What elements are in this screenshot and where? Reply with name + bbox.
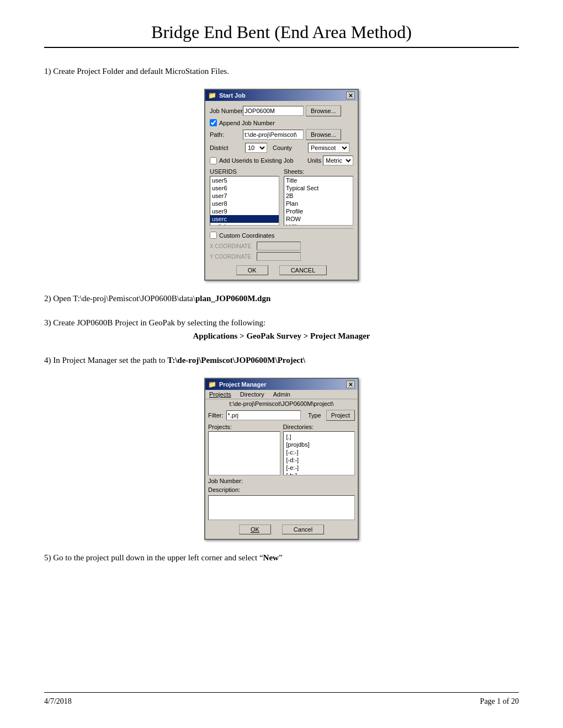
list-item[interactable]: 2B [284, 192, 353, 200]
startjob-button-row: OK CANCEL [210, 265, 353, 275]
menu-directory[interactable]: Directory [238, 390, 266, 398]
projectmanager-dialog: 📁 Project Manager ✕ Projects Directory A… [204, 378, 359, 540]
projectmanager-dialog-container: 📁 Project Manager ✕ Projects Directory A… [44, 378, 519, 540]
y-coord-input[interactable] [257, 252, 301, 261]
type-label: Type [308, 412, 321, 419]
filter-row: Filter: Type Project [205, 408, 358, 422]
append-job-checkbox[interactable] [210, 119, 217, 126]
list-item[interactable]: [-e:-] [285, 464, 354, 472]
path-input[interactable] [243, 130, 304, 140]
list-item[interactable]: Profile [284, 207, 353, 215]
list-item[interactable]: user5 [210, 176, 279, 184]
district-select[interactable]: 10 [245, 143, 267, 153]
browse2-button[interactable]: Browse... [306, 129, 341, 140]
step-5: 5) Go to the project pull down in the up… [44, 551, 519, 564]
startjob-dialog: 📁 Start Job ✕ Job Number Browse... Appen… [204, 89, 359, 281]
district-label: District [210, 144, 243, 151]
list-item[interactable]: [projdbs] [285, 441, 354, 448]
directories-header: Directories: [283, 424, 355, 430]
startjob-close-button[interactable]: ✕ [346, 92, 355, 99]
custom-coord-checkbox[interactable] [210, 232, 217, 239]
pm-button-row: OK Cancel [205, 524, 358, 539]
list-item[interactable]: [-t:-] [285, 472, 354, 475]
pm-job-number-label: Job Number: [208, 478, 243, 484]
startjob-ok-button[interactable]: OK [236, 265, 268, 275]
pm-description-label: Description: [208, 486, 240, 493]
step3-command: Applications > GeoPak Survey > Project M… [44, 329, 519, 342]
append-job-row: Append Job Number [210, 119, 353, 126]
add-userids-checkbox[interactable] [210, 157, 217, 164]
step2-bold: plan_JOP0600M.dgn [195, 294, 270, 303]
list-item-selected[interactable]: userc [210, 215, 279, 223]
list-item[interactable]: Typical Sect [284, 184, 353, 192]
startjob-icon: 📁 [208, 92, 216, 99]
sheets-section: Sheets: Title Typical Sect 2B Plan Profi… [284, 168, 353, 226]
custom-coord-label: Custom Coordinates [219, 232, 274, 239]
pm-description-box [208, 495, 355, 520]
job-number-label: Job Number [210, 108, 243, 114]
step-4: 4) In Project Manager set the path to T:… [44, 354, 519, 367]
path-label: Path: [210, 131, 243, 138]
page-title: Bridge End Bent (End Area Method) [44, 22, 519, 48]
pm-path-bar: t:\de-proj\Pemiscot\JOP0600M\project\ [205, 399, 358, 408]
pm-cancel-button[interactable]: Cancel [282, 524, 324, 534]
pm-menu-bar: Projects Directory Admin [205, 390, 358, 399]
list-item[interactable]: ROW [284, 215, 353, 223]
custom-coord-section: Custom Coordinates X COORDINATE Y COORDI… [210, 228, 353, 261]
step5-bold: New [263, 553, 279, 562]
path-row: Path: Browse... [210, 129, 353, 140]
units-select[interactable]: Metric [323, 156, 353, 165]
list-item[interactable]: user9 [210, 207, 279, 215]
userids-header: USERIDS [210, 168, 279, 175]
add-userids-row: Add Userids to Existing Job Units Metric [210, 156, 353, 165]
projectmanager-titlebar: 📁 Project Manager ✕ [205, 379, 358, 390]
x-coord-row: X COORDINATE [210, 242, 353, 250]
list-item[interactable]: Title [284, 176, 353, 184]
list-item[interactable]: Utility [284, 223, 353, 226]
menu-admin[interactable]: Admin [272, 390, 292, 398]
y-coord-row: Y COORDINATE [210, 252, 353, 261]
list-item[interactable]: user7 [210, 192, 279, 200]
projects-list[interactable] [208, 431, 280, 475]
projects-section: Projects: [208, 424, 280, 475]
list-item[interactable]: [-c:-] [285, 448, 354, 456]
step4-bold: T:\de-roj\Pemiscot\JOP0600M\Project\ [167, 356, 305, 365]
step-2: 2) Open T:\de-proj\Pemiscot\JOP0600B\dat… [44, 292, 519, 305]
pm-lists-section: Projects: Directories: [.] [projdbs] [-c… [205, 422, 358, 477]
directories-section: Directories: [.] [projdbs] [-c:-] [-d:-]… [283, 424, 355, 475]
pm-close-button[interactable]: ✕ [346, 381, 355, 388]
menu-projects[interactable]: Projects [208, 390, 233, 398]
browse1-button[interactable]: Browse... [306, 105, 341, 116]
job-number-input[interactable] [243, 106, 304, 116]
footer: 4/7/2018 Page 1 of 20 [44, 692, 519, 706]
filter-input[interactable] [226, 410, 301, 420]
append-job-label: Append Job Number [219, 120, 275, 126]
userids-list[interactable]: user5 user6 user7 user8 user9 userc voll… [210, 176, 279, 226]
job-number-row: Job Number Browse... [210, 105, 353, 116]
custom-coord-row: Custom Coordinates [210, 232, 353, 239]
sheets-list[interactable]: Title Typical Sect 2B Plan Profile ROW U… [284, 176, 353, 226]
footer-date: 4/7/2018 [44, 697, 72, 706]
list-item[interactable]: [.] [285, 433, 354, 441]
type-button[interactable]: Project [326, 410, 355, 421]
county-select[interactable]: Pemiscot [308, 143, 349, 153]
userids-section: USERIDS user5 user6 user7 user8 user9 us… [210, 168, 279, 226]
pm-description-row: Description: [205, 485, 358, 494]
x-coord-label: X COORDINATE [210, 243, 257, 249]
x-coord-input[interactable] [257, 242, 301, 250]
pm-ok-button[interactable]: OK [239, 524, 271, 534]
add-userids-label: Add Userids to Existing Job [219, 157, 294, 164]
footer-page: Page 1 of 20 [480, 697, 519, 706]
pm-icon: 📁 [208, 381, 216, 388]
directories-list[interactable]: [.] [projdbs] [-c:-] [-d:-] [-e:-] [-t:-… [283, 431, 355, 475]
list-item[interactable]: user6 [210, 184, 279, 192]
list-item[interactable]: user8 [210, 200, 279, 207]
y-coord-label: Y COORDINATE [210, 254, 257, 260]
list-item[interactable]: vollek [210, 223, 279, 226]
startjob-cancel-button[interactable]: CANCEL [279, 265, 327, 275]
list-item[interactable]: Plan [284, 200, 353, 207]
county-label: County [273, 144, 306, 151]
list-item[interactable]: [-d:-] [285, 456, 354, 464]
startjob-dialog-container: 📁 Start Job ✕ Job Number Browse... Appen… [44, 89, 519, 281]
userids-sheets-section: USERIDS user5 user6 user7 user8 user9 us… [210, 168, 353, 226]
